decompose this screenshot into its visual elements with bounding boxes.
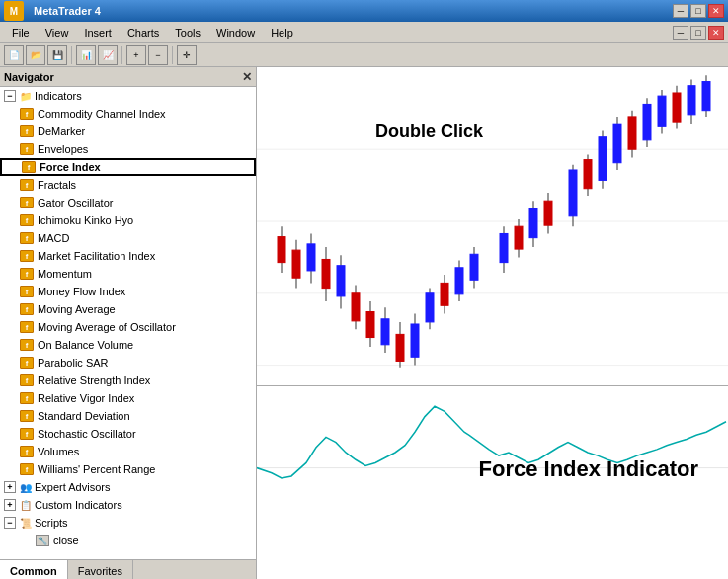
indicators-label: Indicators bbox=[35, 90, 82, 102]
money-flow-index-item[interactable]: f Money Flow Index bbox=[0, 283, 256, 300]
list-item[interactable]: f Relative Vigor Index bbox=[0, 389, 256, 407]
menu-charts[interactable]: Charts bbox=[120, 25, 167, 41]
custom-indicators-expand-icon[interactable]: + bbox=[4, 499, 16, 511]
list-item[interactable]: f Parabolic SAR bbox=[0, 354, 256, 372]
scripts-expand-icon[interactable]: − bbox=[4, 517, 16, 529]
toolbar-zoom-in[interactable]: + bbox=[126, 45, 146, 65]
menu-window[interactable]: Window bbox=[208, 25, 263, 41]
svg-rect-49 bbox=[613, 124, 621, 163]
toolbar-zoom-out[interactable]: − bbox=[148, 45, 168, 65]
list-item[interactable]: f Momentum bbox=[0, 265, 256, 283]
indicator-icon: f bbox=[20, 179, 34, 191]
menu-insert[interactable]: Insert bbox=[76, 25, 120, 41]
navigator-header: Navigator ✕ bbox=[0, 67, 256, 87]
menu-view[interactable]: View bbox=[38, 25, 77, 41]
navigator-close-button[interactable]: ✕ bbox=[242, 70, 252, 84]
svg-rect-23 bbox=[396, 334, 404, 361]
relative-strength-index-item[interactable]: f Relative Strength Index bbox=[0, 372, 256, 389]
list-item[interactable]: f Williams' Percent Range bbox=[0, 460, 256, 478]
scripts-section[interactable]: − 📜 Scripts bbox=[0, 514, 256, 532]
svg-rect-33 bbox=[470, 254, 478, 280]
item-label: close bbox=[53, 535, 79, 546]
menu-help[interactable]: Help bbox=[263, 25, 301, 41]
indicators-section[interactable]: − 📁 Indicators bbox=[0, 87, 256, 105]
toolbar-chart2[interactable]: 📈 bbox=[98, 45, 118, 65]
expert-advisors-expand-icon[interactable]: + bbox=[4, 481, 16, 493]
toolbar-chart1[interactable]: 📊 bbox=[76, 45, 96, 65]
nav-tabs: Common Favorites bbox=[0, 559, 256, 579]
menu-tools[interactable]: Tools bbox=[167, 25, 208, 41]
custom-indicators-label: Custom Indicators bbox=[35, 499, 122, 511]
toolbar-save[interactable]: 💾 bbox=[47, 45, 67, 65]
indicator-icon: f bbox=[20, 125, 34, 137]
item-label: Williams' Percent Range bbox=[38, 463, 155, 475]
list-item[interactable]: f Moving Average of Oscillator bbox=[0, 318, 256, 336]
stochastic-oscillator-item[interactable]: f Stochastic Oscillator bbox=[0, 425, 256, 443]
list-item[interactable]: f Envelopes bbox=[0, 140, 256, 158]
item-label: Market Facilitation Index bbox=[38, 250, 155, 262]
toolbar-separator-3 bbox=[172, 46, 173, 64]
market-facilitation-index-item[interactable]: f Market Facilitation Index bbox=[0, 247, 256, 265]
svg-rect-27 bbox=[426, 293, 434, 322]
list-item[interactable]: f Volumes bbox=[0, 443, 256, 460]
inner-minimize-button[interactable]: ─ bbox=[673, 26, 688, 40]
item-label: Standard Deviation bbox=[38, 410, 130, 422]
list-item[interactable]: f Moving Average bbox=[0, 300, 256, 318]
list-item[interactable]: f Commodity Channel Index bbox=[0, 105, 256, 123]
svg-rect-59 bbox=[688, 86, 695, 115]
svg-rect-7 bbox=[278, 237, 285, 263]
list-item[interactable]: f Fractals bbox=[0, 176, 256, 194]
tab-common[interactable]: Common bbox=[0, 560, 68, 579]
item-label: Commodity Channel Index bbox=[38, 108, 166, 120]
title-bar: M MetaTrader 4 ─ □ ✕ bbox=[0, 0, 728, 22]
indicator-icon: f bbox=[20, 392, 34, 404]
svg-rect-15 bbox=[337, 266, 345, 296]
tab-favorites[interactable]: Favorites bbox=[68, 560, 133, 579]
toolbar-new[interactable]: 📄 bbox=[4, 45, 24, 65]
expert-advisors-section[interactable]: + 👥 Expert Advisors bbox=[0, 478, 256, 496]
svg-rect-13 bbox=[322, 259, 330, 288]
chart-area: Double Click Force Index Indicator bbox=[257, 67, 728, 579]
svg-rect-37 bbox=[515, 226, 523, 249]
script-icon: 🔧 bbox=[36, 535, 49, 546]
title-bar-controls: ─ □ ✕ bbox=[673, 4, 724, 18]
custom-indicators-section[interactable]: + 📋 Custom Indicators bbox=[0, 496, 256, 514]
indicator-icon: f bbox=[20, 232, 34, 244]
list-item[interactable]: f MACD bbox=[0, 229, 256, 247]
close-button[interactable]: ✕ bbox=[708, 4, 724, 18]
list-item[interactable]: f On Balance Volume bbox=[0, 336, 256, 354]
toolbar-crosshair[interactable]: ✛ bbox=[177, 45, 197, 65]
navigator-panel: Navigator ✕ − 📁 Indicators f Commodity C… bbox=[0, 67, 257, 579]
menu-file[interactable]: File bbox=[4, 25, 38, 41]
item-label: Stochastic Oscillator bbox=[38, 428, 136, 440]
script-close-item[interactable]: 🔧 close bbox=[0, 532, 256, 549]
svg-rect-39 bbox=[529, 209, 537, 238]
toolbar-open[interactable]: 📂 bbox=[26, 45, 45, 65]
toolbar-separator-1 bbox=[71, 46, 72, 64]
list-item[interactable]: f DeMarker bbox=[0, 123, 256, 140]
list-item[interactable]: f Standard Deviation bbox=[0, 407, 256, 425]
indicator-icon: f bbox=[20, 303, 34, 315]
item-label: Fractals bbox=[38, 179, 76, 191]
inner-maximize-button[interactable]: □ bbox=[690, 26, 706, 40]
indicators-expand-icon[interactable]: − bbox=[4, 90, 16, 102]
indicator-icon: f bbox=[20, 197, 34, 208]
svg-rect-53 bbox=[643, 104, 651, 139]
window-title: MetaTrader 4 bbox=[34, 5, 101, 17]
minimize-button[interactable]: ─ bbox=[673, 4, 688, 18]
nav-tree[interactable]: − 📁 Indicators f Commodity Channel Index… bbox=[0, 87, 256, 559]
svg-rect-31 bbox=[455, 268, 463, 294]
item-label: Envelopes bbox=[38, 143, 88, 155]
expert-advisors-label: Expert Advisors bbox=[35, 481, 110, 493]
list-item[interactable]: f Ichimoku Kinko Hyo bbox=[0, 211, 256, 229]
inner-close-button[interactable]: ✕ bbox=[708, 26, 724, 40]
indicator-icon: f bbox=[20, 214, 34, 226]
indicator-icon: f bbox=[20, 357, 34, 369]
toolbar: 📄 📂 💾 📊 📈 + − ✛ bbox=[0, 43, 728, 67]
indicator-icon: f bbox=[20, 410, 34, 422]
force-index-item[interactable]: f Force Index bbox=[0, 158, 256, 176]
maximize-button[interactable]: □ bbox=[690, 4, 706, 18]
list-item[interactable]: f Gator Oscillator bbox=[0, 194, 256, 211]
indicators-folder-icon: 📁 bbox=[19, 90, 33, 102]
svg-rect-51 bbox=[628, 117, 636, 149]
